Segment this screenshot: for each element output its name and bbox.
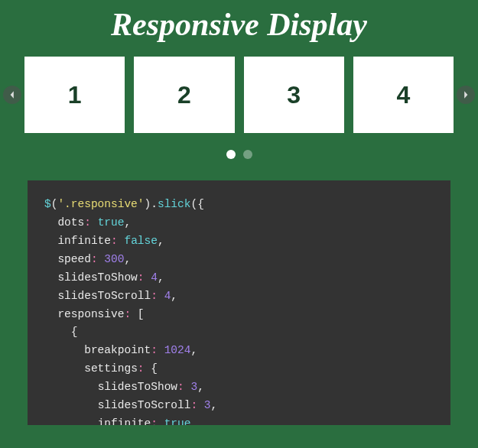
slides-track: 1234 xyxy=(24,57,454,133)
prev-arrow-button[interactable] xyxy=(3,86,21,104)
carousel: 1234 xyxy=(0,57,478,133)
slide[interactable]: 3 xyxy=(244,57,344,133)
pager-dot[interactable] xyxy=(243,150,252,159)
chevron-right-icon xyxy=(461,90,470,99)
page-title: Responsive Display xyxy=(0,0,478,57)
slide[interactable]: 4 xyxy=(353,57,454,133)
pager-dots xyxy=(0,150,478,159)
chevron-left-icon xyxy=(8,90,17,99)
pager-dot[interactable] xyxy=(226,150,236,159)
slide[interactable]: 1 xyxy=(24,57,125,133)
code-block: $('.responsive').slick({ dots: true, inf… xyxy=(28,180,450,425)
code-content: $('.responsive').slick({ dots: true, inf… xyxy=(44,196,434,425)
slide[interactable]: 2 xyxy=(134,57,234,133)
next-arrow-button[interactable] xyxy=(457,86,475,104)
